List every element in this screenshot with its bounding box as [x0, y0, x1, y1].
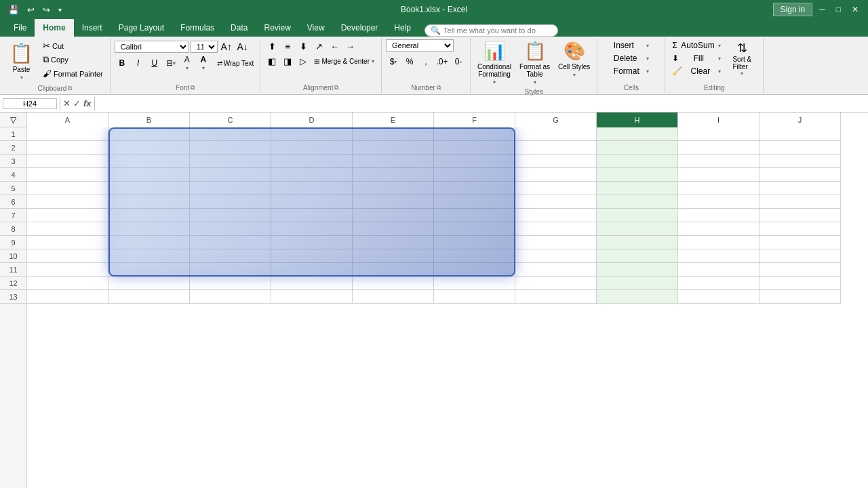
tab-file[interactable]: File — [5, 19, 35, 37]
cell-b12[interactable] — [108, 277, 190, 290]
tab-review[interactable]: Review — [256, 19, 298, 37]
cell-h8[interactable] — [597, 222, 678, 236]
increase-font-button[interactable]: A↑ — [219, 39, 234, 54]
cell-d9[interactable] — [271, 236, 353, 249]
tab-help[interactable]: Help — [386, 19, 419, 37]
paste-dropdown[interactable]: ▾ — [20, 75, 23, 81]
cell-i8[interactable] — [678, 222, 760, 236]
cell-g7[interactable] — [515, 209, 597, 222]
align-center-button[interactable]: ◨ — [280, 54, 295, 68]
close-icon[interactable]: ✕ — [848, 3, 863, 16]
align-middle-button[interactable]: ≡ — [280, 39, 295, 53]
cell-i5[interactable] — [678, 182, 760, 195]
font-size-selector[interactable]: 11 — [191, 41, 218, 53]
number-format-selector[interactable]: General — [386, 39, 454, 52]
comma-button[interactable]: , — [418, 54, 433, 69]
cell-d6[interactable] — [271, 195, 353, 209]
tab-data[interactable]: Data — [222, 19, 256, 37]
col-header-j[interactable]: J — [760, 113, 841, 127]
name-box[interactable] — [3, 98, 57, 109]
cell-a13[interactable] — [27, 290, 108, 304]
tab-formulas[interactable]: Formulas — [172, 19, 222, 37]
cell-c4[interactable] — [190, 168, 271, 182]
cell-j10[interactable] — [760, 249, 841, 263]
indent-increase-button[interactable]: → — [342, 39, 357, 53]
cell-j1[interactable] — [760, 127, 841, 141]
cell-f2[interactable] — [434, 141, 515, 155]
cell-c13[interactable] — [190, 290, 271, 304]
undo-icon[interactable]: ↩ — [24, 3, 37, 16]
col-header-e[interactable]: E — [353, 113, 434, 127]
paste-button[interactable]: 📋 Paste ▾ — [4, 39, 39, 83]
col-header-i[interactable]: I — [678, 113, 760, 127]
cell-styles-button[interactable]: 🎨 Cell Styles ▾ — [555, 39, 593, 79]
row-header-1[interactable]: 1 — [0, 127, 26, 141]
cell-e13[interactable] — [353, 290, 434, 304]
cell-a6[interactable] — [27, 195, 108, 209]
cell-g8[interactable] — [515, 222, 597, 236]
cell-a11[interactable] — [27, 263, 108, 277]
cell-i12[interactable] — [678, 277, 760, 290]
cut-button[interactable]: ✂ Cut — [40, 39, 106, 52]
cell-g2[interactable] — [515, 141, 597, 155]
cell-c12[interactable] — [190, 277, 271, 290]
format-as-table-button[interactable]: 📋 Format asTable ▾ — [517, 39, 553, 87]
cell-i7[interactable] — [678, 209, 760, 222]
cell-b1[interactable] — [108, 127, 190, 141]
clipboard-expand[interactable]: ⧉ — [68, 85, 72, 92]
cell-h13[interactable] — [597, 290, 678, 304]
cell-i13[interactable] — [678, 290, 760, 304]
cell-f4[interactable] — [434, 168, 515, 182]
font-family-selector[interactable]: Calibri — [115, 41, 189, 53]
tab-view[interactable]: View — [299, 19, 333, 37]
row-header-3[interactable]: 3 — [0, 155, 26, 168]
cell-i6[interactable] — [678, 195, 760, 209]
cell-b10[interactable] — [108, 249, 190, 263]
cell-h2[interactable] — [597, 141, 678, 155]
formula-function-icon[interactable]: fx — [83, 98, 92, 108]
cell-f8[interactable] — [434, 222, 515, 236]
cell-a7[interactable] — [27, 209, 108, 222]
cell-h4[interactable] — [597, 168, 678, 182]
cell-b3[interactable] — [108, 155, 190, 168]
format-painter-button[interactable]: 🖌 Format Painter — [40, 67, 106, 80]
tell-me-input[interactable] — [443, 26, 552, 35]
cell-g9[interactable] — [515, 236, 597, 249]
cell-j9[interactable] — [760, 236, 841, 249]
cell-f5[interactable] — [434, 182, 515, 195]
cell-c6[interactable] — [190, 195, 271, 209]
cell-b7[interactable] — [108, 209, 190, 222]
formula-cancel-icon[interactable]: ✕ — [63, 98, 71, 108]
text-angle-button[interactable]: ↗ — [311, 39, 326, 53]
cell-i11[interactable] — [678, 263, 760, 277]
cell-g11[interactable] — [515, 263, 597, 277]
cell-g3[interactable] — [515, 155, 597, 168]
cell-g10[interactable] — [515, 249, 597, 263]
cell-j4[interactable] — [760, 168, 841, 182]
cell-e1[interactable] — [353, 127, 434, 141]
font-color-button[interactable]: A ▾ — [196, 56, 211, 70]
cell-j5[interactable] — [760, 182, 841, 195]
tab-developer[interactable]: Developer — [333, 19, 387, 37]
cell-a8[interactable] — [27, 222, 108, 236]
row-header-8[interactable]: 8 — [0, 222, 26, 236]
cell-h7[interactable] — [597, 209, 678, 222]
cell-h9[interactable] — [597, 236, 678, 249]
formula-confirm-icon[interactable]: ✓ — [73, 98, 81, 108]
cell-h6[interactable] — [597, 195, 678, 209]
cell-i4[interactable] — [678, 168, 760, 182]
col-header-g[interactable]: G — [515, 113, 597, 127]
col-header-a[interactable]: A — [27, 113, 108, 127]
percent-button[interactable]: % — [402, 54, 417, 69]
cell-d10[interactable] — [271, 249, 353, 263]
cell-g1[interactable] — [515, 127, 597, 141]
decimal-increase-button[interactable]: .0+ — [435, 54, 450, 69]
cell-b4[interactable] — [108, 168, 190, 182]
cell-d7[interactable] — [271, 209, 353, 222]
row-header-7[interactable]: 7 — [0, 209, 26, 222]
fill-color-button[interactable]: A ▾ — [180, 56, 195, 70]
minimize-icon[interactable]: ─ — [815, 3, 829, 16]
cell-g4[interactable] — [515, 168, 597, 182]
cell-e2[interactable] — [353, 141, 434, 155]
cell-i2[interactable] — [678, 141, 760, 155]
